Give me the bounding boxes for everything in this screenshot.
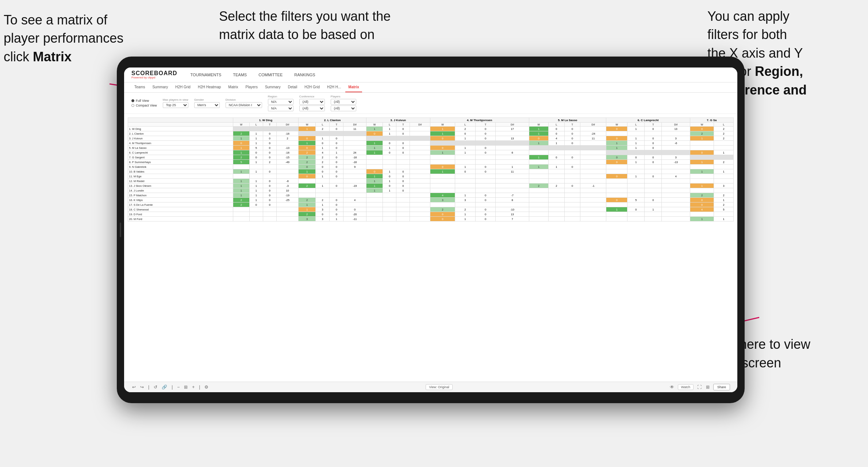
full-view-option[interactable]: Full View [131,99,157,103]
matrix-cell: 1 [529,141,548,146]
matrix-cell [396,212,410,217]
compact-view-option[interactable]: Compact View [131,104,157,107]
minus-icon[interactable]: − [176,384,180,390]
player-name-cell: 5. M La Sasso [128,146,233,150]
players-select[interactable]: (All) [331,99,356,105]
table-row: 6. C Lamprecht100-1624124100110601 [128,150,734,155]
matrix-cell [410,150,430,155]
grid-icon[interactable]: ⊞ [183,384,188,390]
matrix-cell: 0 [263,141,276,146]
matrix-cell [714,212,734,217]
matrix-cell [249,212,263,217]
nav-teams[interactable]: TEAMS [231,71,249,78]
matrix-cell: 1 [430,127,455,131]
gender-select[interactable]: Men's [194,102,220,108]
tab-summary1[interactable]: Summary [149,82,171,92]
matrix-cell [606,169,627,174]
player-name-cell: 14. J Lundin [128,188,233,193]
matrix-cell [580,160,606,165]
matrix-cell: 0 [383,150,396,155]
tab-matrix-active[interactable]: Matrix [345,82,362,92]
matrix-cell [580,193,606,198]
matrix-cell: 2 [714,193,734,198]
players-select2[interactable]: (All) [331,105,356,111]
matrix-cell: 0 [475,165,496,169]
annotation-text: filters for both [707,27,787,42]
matrix-cell: 1 [316,136,330,141]
matrix-cell: 1 [299,202,316,207]
matrix-cell: 0 [330,127,343,131]
matrix-cell: 1 [233,179,249,184]
conference-select[interactable]: (All) [299,99,325,105]
matrix-cell: 0 [330,212,343,217]
nav-rankings[interactable]: RANKINGS [292,71,317,78]
table-row: 10. B Valdes1101000101001111 [128,169,734,174]
sub-w1: W [233,123,249,127]
matrix-cell: 2 [316,160,330,165]
tab-players[interactable]: Players [243,82,261,92]
tab-h2h-heatmap[interactable]: H2H Heatmap [195,82,224,92]
tab-h2h-more[interactable]: H2H H... [324,82,344,92]
region-select[interactable]: N/A [268,99,293,105]
matrix-cell [276,165,299,169]
matrix-cell: 1 [233,150,249,155]
matrix-cell: 1 [606,146,627,150]
link-icon[interactable]: 🔗 [161,384,168,390]
redo-icon[interactable]: ↪ [139,384,145,390]
matrix-cell [430,174,455,179]
fullscreen-icon[interactable]: ⛶ [696,384,702,390]
settings-icon[interactable]: ⚙ [204,384,209,390]
tab-detail[interactable]: Detail [285,82,300,92]
share-button[interactable]: Share [713,384,730,390]
separator: | [147,384,150,390]
matrix-cell: 0 [316,141,330,146]
matrix-cell [580,165,606,169]
matrix-cell [714,165,734,169]
tab-h2h-grid[interactable]: H2H Grid [172,82,193,92]
matrix-cell: 1 [299,207,316,212]
matrix-cell [330,193,343,198]
division-select[interactable]: NCAA Division I [226,102,262,108]
diagonal-cell [249,127,263,131]
nav-committee[interactable]: COMMITTEE [256,71,285,78]
tab-teams[interactable]: Teams [131,82,148,92]
matrix-cell [606,165,627,169]
matrix-cell: 1 [455,212,476,217]
matrix-cell: 0 [549,127,565,131]
grid2-icon[interactable]: ⊞ [705,384,710,390]
matrix-cell: 0 [316,169,330,174]
compact-view-radio[interactable] [131,104,134,107]
plus-icon[interactable]: + [191,384,195,390]
diagonal-cell [580,146,606,150]
separator2: | [171,384,173,390]
col-2-header: 2. L Clanton [299,118,366,123]
watch-icon[interactable]: 👁 [669,384,675,390]
undo-icon[interactable]: ↩ [131,384,137,390]
matrix-cell [690,212,714,217]
matrix-cell: 0 [233,141,249,146]
matrix-cell: 0 [564,184,580,188]
nav-tournaments[interactable]: TOURNAMENTS [188,71,224,78]
matrix-cell [410,127,430,131]
matrix-cell [564,174,580,179]
matrix-cell [549,160,565,165]
matrix-cell [383,155,396,160]
region-select2[interactable]: N/A [268,105,293,111]
matrix-cell [330,179,343,184]
matrix-cell: -6 [662,141,690,146]
tab-summary2[interactable]: Summary [262,82,284,92]
matrix-cell: 1 [299,127,316,131]
matrix-cell [714,141,734,146]
matrix-cell [564,198,580,202]
view-original-label[interactable]: View: Original [426,384,452,390]
full-view-radio[interactable] [131,99,134,102]
watch-label[interactable]: Watch [678,384,694,390]
refresh-icon[interactable]: ↺ [153,384,158,390]
tab-h2h-grid2[interactable]: H2H Grid [302,82,323,92]
matrix-cell: -6 [276,179,299,184]
table-row: 3. J Koivun11020100101304011010312 [128,136,734,141]
tab-matrix[interactable]: Matrix [225,82,241,92]
conference-select2[interactable]: (All) [299,105,325,111]
matrix-cell: 1 [627,146,645,150]
max-players-select[interactable]: Top 25 [163,102,188,108]
